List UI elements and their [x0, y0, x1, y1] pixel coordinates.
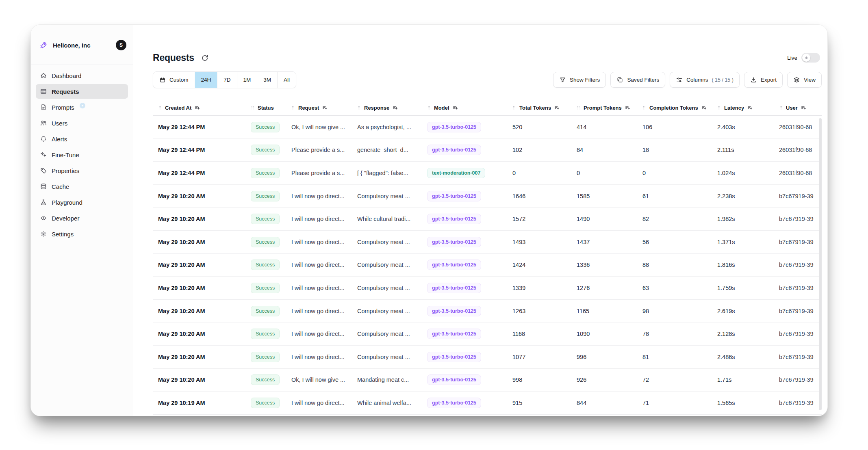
nav-label: Fine-Tune: [52, 151, 79, 158]
org-name: Helicone, Inc: [53, 42, 111, 49]
refresh-button[interactable]: [201, 54, 209, 62]
drag-handle-icon[interactable]: [291, 105, 295, 110]
saved-filters-button[interactable]: Saved Filters: [610, 72, 665, 88]
column-header[interactable]: Created At: [153, 105, 245, 111]
live-toggle[interactable]: [801, 53, 820, 63]
table-row[interactable]: May 29 10:20 AM Success Ok, I will now g…: [153, 369, 822, 392]
cell-total-tokens: 102: [507, 147, 571, 153]
status-badge: Success: [251, 398, 280, 408]
drag-handle-icon[interactable]: [158, 105, 162, 110]
sidebar-item[interactable]: Dashboard: [36, 68, 128, 83]
custom-range-button[interactable]: Custom: [153, 72, 195, 88]
cell-response: While animal welfa...: [352, 400, 422, 406]
cell-response: generate_short_d...: [352, 147, 422, 153]
time-range-option[interactable]: All: [278, 72, 296, 88]
download-icon: [750, 76, 757, 83]
sidebar-item[interactable]: Alerts: [36, 132, 128, 146]
table-row[interactable]: May 29 12:44 PM Success Ok, I will now g…: [153, 116, 822, 139]
drag-handle-icon[interactable]: [576, 105, 581, 110]
cell-total-tokens: 1263: [507, 308, 571, 314]
asterisk-icon: [804, 56, 809, 60]
table-row[interactable]: May 29 10:20 AM Success I will now go di…: [153, 277, 822, 300]
cell-response: [ { "flagged": false...: [352, 170, 422, 176]
sort-icon[interactable]: [392, 105, 398, 111]
table-row[interactable]: May 29 10:20 AM Success I will now go di…: [153, 185, 822, 208]
nav-label: Settings: [52, 231, 74, 238]
drag-handle-icon[interactable]: [512, 105, 516, 110]
cell-user: b7c67919-39: [774, 193, 822, 199]
cell-created-at: May 29 10:19 AM: [153, 400, 245, 406]
time-range-option[interactable]: 24H: [195, 72, 218, 88]
sort-icon[interactable]: [194, 105, 200, 111]
user-avatar[interactable]: S: [116, 40, 126, 50]
column-header[interactable]: Model: [422, 105, 507, 111]
table-row[interactable]: May 29 10:20 AM Success I will now go di…: [153, 346, 822, 369]
drag-handle-icon[interactable]: [779, 105, 783, 110]
export-button[interactable]: Export: [744, 72, 783, 88]
nav-label: Properties: [52, 167, 79, 174]
sidebar-item[interactable]: Fine-Tune: [36, 147, 128, 162]
table-row[interactable]: May 29 10:20 AM Success I will now go di…: [153, 322, 822, 346]
column-header[interactable]: Response: [352, 105, 422, 111]
drag-handle-icon[interactable]: [717, 105, 721, 110]
column-header[interactable]: Request: [286, 105, 352, 111]
cell-prompt-tokens: 1490: [571, 216, 637, 222]
nav-icon: [40, 230, 47, 238]
sort-icon[interactable]: [554, 105, 560, 111]
column-header[interactable]: Prompt Tokens: [571, 105, 637, 111]
sidebar-item[interactable]: Cache: [36, 179, 128, 194]
sidebar-item[interactable]: Playground: [36, 195, 128, 210]
model-badge: gpt-3.5-turbo-0125: [427, 283, 481, 293]
column-header[interactable]: Total Tokens: [507, 105, 571, 111]
drag-handle-icon[interactable]: [427, 105, 431, 110]
show-filters-button[interactable]: Show Filters: [553, 72, 606, 88]
time-range-option[interactable]: 7D: [217, 72, 237, 88]
sort-icon[interactable]: [747, 105, 753, 111]
column-header[interactable]: Completion Tokens: [637, 105, 712, 111]
table-row[interactable]: May 29 10:20 AM Success I will now go di…: [153, 300, 822, 323]
cell-user: b7c67919-39: [774, 262, 822, 268]
table-scrollbar[interactable]: [819, 118, 822, 410]
cell-latency: 1.71s: [712, 376, 774, 383]
sidebar-item[interactable]: Properties: [36, 163, 128, 178]
table-row[interactable]: May 29 10:20 AM Success I will now go di…: [153, 208, 822, 231]
sidebar-item[interactable]: Developer: [36, 211, 128, 225]
drag-handle-icon[interactable]: [642, 105, 647, 110]
column-header[interactable]: Status: [245, 105, 286, 111]
cell-created-at: May 29 10:20 AM: [153, 216, 245, 222]
cell-completion-tokens: 63: [637, 285, 712, 291]
sort-icon[interactable]: [452, 105, 458, 111]
time-range-option[interactable]: 1M: [237, 72, 258, 88]
column-header[interactable]: User: [774, 105, 822, 111]
sidebar-item[interactable]: Prompts ✦: [36, 100, 128, 115]
table-row[interactable]: May 29 12:44 PM Success Please provide a…: [153, 162, 822, 185]
sort-icon[interactable]: [322, 105, 328, 111]
columns-button[interactable]: Columns ( 15 / 15 ): [670, 72, 740, 88]
time-range-option[interactable]: 3M: [257, 72, 278, 88]
drag-handle-icon[interactable]: [250, 105, 255, 110]
table-row[interactable]: May 29 12:44 PM Success Please provide a…: [153, 139, 822, 162]
cell-prompt-tokens: 84: [571, 147, 637, 153]
sort-icon[interactable]: [701, 105, 707, 111]
sliders-icon: [676, 76, 683, 83]
sort-icon[interactable]: [625, 105, 631, 111]
sidebar-item[interactable]: Settings: [36, 227, 128, 241]
cell-created-at: May 29 10:20 AM: [153, 239, 245, 245]
table-row[interactable]: May 29 10:19 AM Success I will now go di…: [153, 392, 822, 415]
table-row[interactable]: May 29 10:20 AM Success I will now go di…: [153, 254, 822, 277]
sidebar-item[interactable]: Users: [36, 116, 128, 130]
cell-latency: 1.759s: [712, 285, 774, 291]
view-button[interactable]: View: [787, 72, 822, 88]
column-header[interactable]: Latency: [712, 105, 774, 111]
nav-icon: [40, 88, 47, 95]
sidebar-item[interactable]: Requests: [36, 84, 128, 99]
cell-latency: 1.371s: [712, 239, 774, 245]
cell-request: I will now go direct...: [286, 193, 352, 199]
sort-icon[interactable]: [801, 105, 807, 111]
cell-request: Please provide a s...: [286, 170, 352, 176]
drag-handle-icon[interactable]: [357, 105, 361, 110]
table-row[interactable]: May 29 10:20 AM Success I will now go di…: [153, 231, 822, 254]
org-switcher[interactable]: Helicone, Inc S: [31, 25, 133, 65]
nav-icon: [40, 183, 47, 190]
cell-request: I will now go direct...: [286, 308, 352, 314]
